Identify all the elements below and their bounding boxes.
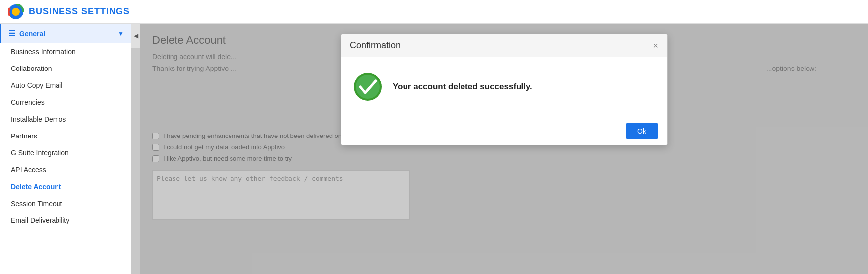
app-logo-icon: [8, 4, 24, 20]
modal-header: Confirmation ×: [341, 34, 667, 57]
confirmation-modal: Confirmation × Your account deleted succ…: [341, 34, 668, 145]
sidebar-collapse-button[interactable]: ◀: [131, 24, 140, 48]
sidebar-item-auto-copy-email[interactable]: Auto Copy Email: [0, 77, 131, 94]
success-icon: [353, 72, 383, 102]
modal-close-button[interactable]: ×: [653, 41, 658, 50]
sidebar-item-label: Installable Demos: [11, 115, 66, 123]
sidebar-item-label: Collaboration: [11, 65, 52, 72]
sidebar-item-general[interactable]: ☰ General ▼: [0, 24, 131, 43]
sidebar-item-label: Business Information: [11, 48, 76, 56]
app-title: BUSINESS SETTINGS: [29, 6, 130, 17]
sidebar-item-email-deliverability[interactable]: Email Deliverability: [0, 212, 131, 229]
sidebar-item-label: Auto Copy Email: [11, 81, 62, 89]
sidebar-item-business-information[interactable]: Business Information: [0, 43, 131, 60]
sidebar-item-label: Partners: [11, 132, 37, 140]
modal-message: Your account deleted successfully.: [393, 82, 532, 92]
main-content: Delete Account Deleting account will del…: [140, 24, 868, 274]
ok-button[interactable]: Ok: [626, 123, 658, 139]
svg-point-1: [12, 8, 20, 16]
main-layout: ☰ General ▼ Business Information Collabo…: [0, 24, 868, 274]
sidebar-item-session-timeout[interactable]: Session Timeout: [0, 195, 131, 212]
sidebar-item-collaboration[interactable]: Collaboration: [0, 60, 131, 77]
modal-body: Your account deleted successfully.: [341, 57, 667, 117]
sidebar-item-installable-demos[interactable]: Installable Demos: [0, 111, 131, 128]
sidebar-item-label: G Suite Integration: [11, 149, 69, 157]
modal-overlay: Confirmation × Your account deleted succ…: [140, 24, 868, 274]
sidebar-item-label: Currencies: [11, 98, 45, 106]
sidebar-item-partners[interactable]: Partners: [0, 128, 131, 144]
sidebar-item-delete-account[interactable]: Delete Account: [0, 178, 131, 195]
sidebar-item-currencies[interactable]: Currencies: [0, 94, 131, 111]
chevron-down-icon: ▼: [118, 30, 124, 37]
sidebar: ☰ General ▼ Business Information Collabo…: [0, 24, 131, 274]
sidebar-item-g-suite-integration[interactable]: G Suite Integration: [0, 144, 131, 161]
sidebar-item-label: API Access: [11, 166, 46, 174]
chevron-left-icon: ◀: [134, 32, 138, 39]
app-header: BUSINESS SETTINGS: [0, 0, 868, 24]
sidebar-general-label: General: [19, 30, 45, 38]
sidebar-item-label: Delete Account: [11, 183, 61, 191]
general-icon: ☰: [8, 29, 15, 38]
modal-title: Confirmation: [350, 40, 401, 51]
sidebar-item-label: Session Timeout: [11, 200, 62, 207]
modal-footer: Ok: [341, 117, 667, 145]
sidebar-item-api-access[interactable]: API Access: [0, 161, 131, 178]
sidebar-item-label: Email Deliverability: [11, 216, 69, 224]
